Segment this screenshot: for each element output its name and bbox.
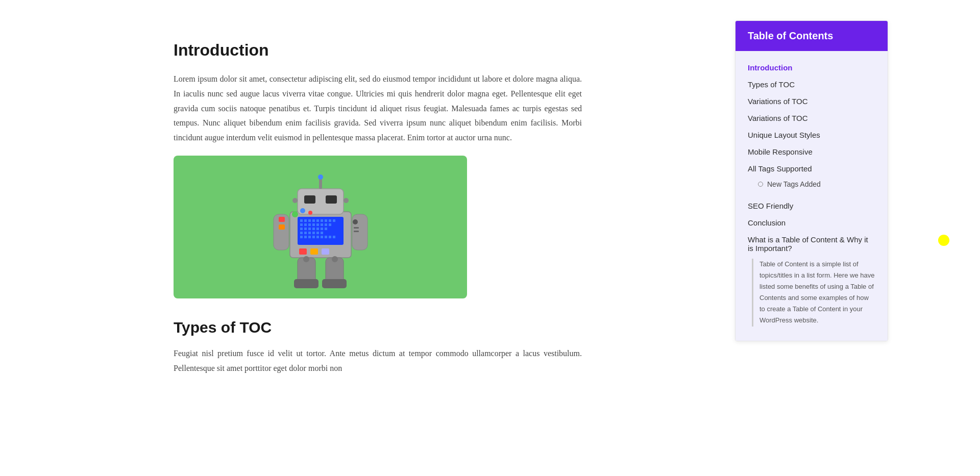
svg-rect-13	[308, 223, 311, 226]
svg-rect-4	[308, 219, 311, 222]
svg-rect-30	[316, 232, 319, 234]
svg-rect-32	[300, 236, 303, 238]
svg-rect-15	[316, 223, 319, 226]
toc-sidebar: Table of Contents Introduction Types of …	[735, 20, 888, 341]
svg-rect-36	[316, 236, 319, 238]
svg-rect-33	[304, 236, 307, 238]
toc-item-mobile[interactable]: Mobile Responsive	[748, 143, 875, 160]
svg-rect-6	[316, 219, 319, 222]
svg-rect-60	[310, 248, 318, 255]
intro-body: Lorem ipsum dolor sit amet, consectetur …	[174, 72, 582, 145]
toc-item-introduction[interactable]: Introduction	[748, 59, 875, 76]
toc-item-what[interactable]: What is a Table of Content & Why it is I…	[748, 231, 875, 257]
svg-rect-16	[321, 223, 323, 226]
svg-rect-53	[322, 279, 347, 288]
toc-item-variations-2[interactable]: Variations of TOC	[748, 110, 875, 127]
types-heading: Types of TOC	[174, 319, 582, 336]
svg-rect-29	[312, 232, 315, 234]
svg-rect-9	[329, 219, 331, 222]
svg-rect-17	[325, 223, 327, 226]
svg-rect-11	[300, 223, 303, 226]
svg-rect-2	[300, 219, 303, 222]
svg-rect-40	[333, 236, 335, 238]
svg-rect-43	[326, 195, 337, 204]
svg-rect-14	[312, 223, 315, 226]
toc-item-unique[interactable]: Unique Layout Styles	[748, 127, 875, 143]
svg-rect-52	[294, 279, 318, 288]
svg-rect-55	[279, 224, 285, 230]
svg-point-47	[344, 198, 349, 203]
svg-rect-12	[304, 223, 307, 226]
svg-rect-24	[321, 228, 323, 230]
svg-rect-31	[321, 232, 323, 234]
svg-rect-22	[312, 228, 315, 230]
robot-image	[174, 156, 467, 298]
svg-rect-18	[329, 223, 331, 226]
svg-point-62	[292, 211, 298, 217]
svg-rect-35	[312, 236, 315, 238]
toc-header: Table of Contents	[736, 21, 888, 51]
svg-rect-23	[316, 228, 319, 230]
toc-item-conclusion[interactable]: Conclusion	[748, 214, 875, 231]
svg-point-46	[292, 198, 298, 203]
toc-sub-item-new-tags[interactable]: New Tags Added	[748, 177, 875, 191]
svg-point-65	[303, 256, 309, 262]
toc-item-variations-1[interactable]: Variations of TOC	[748, 93, 875, 110]
intro-heading: Introduction	[174, 41, 582, 60]
svg-rect-28	[308, 232, 311, 234]
svg-rect-34	[308, 236, 311, 238]
svg-point-63	[300, 208, 305, 213]
svg-rect-42	[304, 195, 315, 204]
toc-nested-text: Table of Content is a simple list of top…	[760, 259, 875, 327]
svg-rect-8	[325, 219, 327, 222]
toc-body: Introduction Types of TOC Variations of …	[736, 51, 888, 341]
svg-rect-10	[333, 219, 335, 222]
svg-rect-20	[304, 228, 307, 230]
svg-rect-21	[308, 228, 311, 230]
svg-rect-3	[304, 219, 307, 222]
svg-point-66	[332, 256, 338, 262]
svg-rect-61	[322, 248, 329, 255]
svg-rect-38	[325, 236, 327, 238]
toc-nested-block: Table of Content is a simple list of top…	[752, 259, 875, 327]
svg-rect-58	[354, 231, 359, 232]
svg-rect-27	[304, 232, 307, 234]
toc-item-seo[interactable]: SEO Friendly	[748, 197, 875, 214]
svg-point-64	[308, 211, 312, 215]
svg-rect-19	[300, 228, 303, 230]
robot-svg	[244, 161, 397, 293]
cursor-dot	[938, 235, 949, 246]
svg-rect-57	[354, 227, 359, 229]
svg-rect-39	[329, 236, 331, 238]
svg-rect-26	[300, 232, 303, 234]
svg-rect-59	[299, 248, 307, 255]
svg-rect-5	[312, 219, 315, 222]
svg-rect-25	[325, 228, 327, 230]
svg-rect-54	[279, 217, 285, 222]
svg-point-56	[353, 219, 358, 224]
svg-rect-44	[319, 179, 322, 189]
svg-point-45	[318, 174, 323, 180]
svg-rect-37	[321, 236, 323, 238]
svg-rect-7	[321, 219, 323, 222]
toc-item-tags[interactable]: All Tags Supported	[748, 160, 875, 177]
types-body: Feugiat nisl pretium fusce id velit ut t…	[174, 346, 582, 376]
toc-item-types[interactable]: Types of TOC	[748, 76, 875, 93]
